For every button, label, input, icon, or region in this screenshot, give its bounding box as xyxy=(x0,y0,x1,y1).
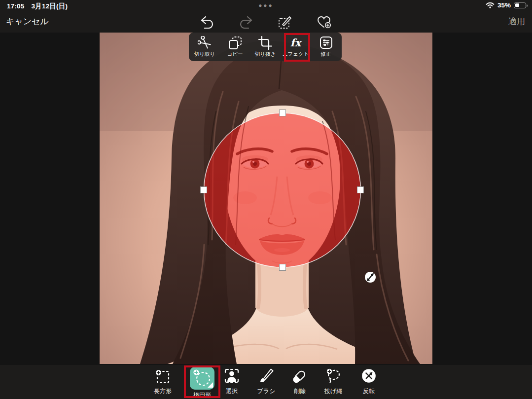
eraser-icon xyxy=(291,365,308,386)
rotate-resize-handle[interactable] xyxy=(365,272,376,283)
tool-rectangle-label: 長方形 xyxy=(154,387,172,396)
tool-invert-label: 反転 xyxy=(363,387,375,396)
subject-select-icon xyxy=(223,365,240,386)
copy-label: コピー xyxy=(227,51,243,58)
redo-button[interactable] xyxy=(237,14,255,31)
wifi-icon xyxy=(486,2,495,8)
multitask-dots-icon[interactable]: ●●● xyxy=(0,2,532,9)
photo-canvas[interactable] xyxy=(100,33,432,364)
rect-marquee-icon xyxy=(154,365,172,386)
adjust-sliders-icon xyxy=(319,36,333,49)
redo-icon xyxy=(238,16,254,29)
heart-plus-icon xyxy=(317,15,332,30)
compose-pencil-icon xyxy=(278,15,292,30)
brush-icon xyxy=(258,365,275,386)
tool-brush[interactable]: ブラシ xyxy=(250,365,282,397)
handle-top[interactable] xyxy=(280,110,286,116)
cut-label: 切り取り xyxy=(194,51,215,58)
handle-bottom[interactable] xyxy=(280,264,286,271)
lasso-icon xyxy=(325,365,342,386)
invert-icon xyxy=(361,365,377,386)
scissors-icon xyxy=(198,36,212,49)
copy-icon xyxy=(228,36,242,49)
battery-icon xyxy=(514,2,526,8)
tool-select-subject[interactable]: 選択 xyxy=(216,365,248,397)
photo-editor-app: 17:053月12日(日) ●●● 35% キャンセル 適用 xyxy=(0,0,532,399)
tool-rectangle[interactable]: 長方形 xyxy=(147,365,178,397)
edit-selection-button[interactable] xyxy=(276,14,294,31)
context-toolbar: 切り取り コピー 切り抜き fx エフェクト xyxy=(189,33,342,61)
tool-lasso[interactable]: 投げ縄 xyxy=(318,365,349,397)
crop-icon xyxy=(258,36,272,49)
copy-button[interactable]: コピー xyxy=(220,34,250,60)
nav-icons xyxy=(198,14,333,31)
tool-select-label: 選択 xyxy=(226,387,238,396)
tool-lasso-label: 投げ縄 xyxy=(324,387,342,396)
status-right: 35% xyxy=(486,1,526,9)
crop-button[interactable]: 切り抜き xyxy=(250,34,280,60)
tool-erase-label: 削除 xyxy=(294,387,306,396)
apply-button[interactable]: 適用 xyxy=(508,16,525,27)
tool-brush-label: ブラシ xyxy=(257,387,276,396)
crop-label: 切り抜き xyxy=(255,51,276,58)
selection-overlay xyxy=(100,33,432,364)
adjust-button[interactable]: 修正 xyxy=(311,34,341,60)
undo-button[interactable] xyxy=(198,14,216,31)
handle-left[interactable] xyxy=(201,187,207,193)
adjust-label: 修正 xyxy=(321,51,331,58)
handle-right[interactable] xyxy=(357,187,364,193)
selection-ellipse[interactable] xyxy=(204,113,361,267)
battery-percent: 35% xyxy=(497,1,511,9)
annotation-box-effect xyxy=(284,33,310,62)
tool-erase[interactable]: 削除 xyxy=(284,365,316,397)
favorite-add-button[interactable] xyxy=(315,14,333,31)
annotation-box-ellipse xyxy=(184,365,220,398)
cut-button[interactable]: 切り取り xyxy=(190,34,219,60)
tool-invert[interactable]: 反転 xyxy=(353,365,385,397)
cancel-button[interactable]: キャンセル xyxy=(6,16,49,27)
undo-icon xyxy=(199,16,215,29)
